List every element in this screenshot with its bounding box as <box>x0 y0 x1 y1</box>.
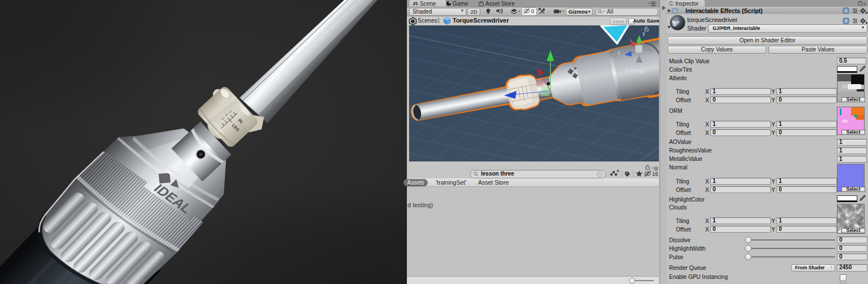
svg-text:< Persp: < Persp <box>626 68 645 74</box>
svg-text:?: ? <box>845 19 848 24</box>
svg-text:x: x <box>630 38 632 43</box>
svg-text:15: 15 <box>652 171 658 177</box>
svg-text:0: 0 <box>531 8 534 14</box>
svg-text:z: z <box>618 50 620 55</box>
svg-text:?: ? <box>845 8 848 14</box>
